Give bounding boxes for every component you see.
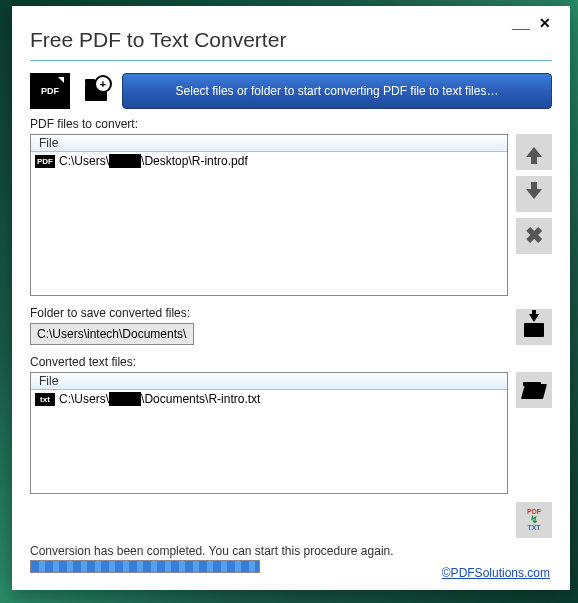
output-folder-label: Folder to save converted files:: [30, 306, 508, 320]
output-files-list[interactable]: File txt C:\Users\intech\Documents\R-int…: [30, 372, 508, 494]
output-section: Converted text files: File txt C:\Users\…: [30, 355, 552, 494]
output-folder-row: Folder to save converted files:: [30, 306, 552, 345]
move-up-button[interactable]: [516, 134, 552, 170]
output-files-label: Converted text files:: [30, 355, 552, 369]
start-conversion-button[interactable]: PDF ↯ TXT: [516, 502, 552, 538]
action-row: PDF ↯ TXT: [30, 502, 552, 538]
list-item[interactable]: txt C:\Users\intech\Documents\R-intro.tx…: [31, 390, 507, 408]
pdf-icon: PDF: [35, 155, 55, 168]
open-output-folder-button[interactable]: [516, 372, 552, 408]
output-list-header: File: [31, 373, 507, 390]
app-title: Free PDF to Text Converter: [30, 28, 552, 61]
browse-output-folder-button[interactable]: [516, 309, 552, 345]
file-path: C:\Users\intech\Desktop\R-intro.pdf: [59, 154, 248, 168]
add-folder-button[interactable]: [76, 73, 116, 109]
progress-bar: [30, 560, 260, 573]
select-files-button[interactable]: Select files or folder to start converti…: [122, 73, 552, 109]
file-path: C:\Users\intech\Documents\R-intro.txt: [59, 392, 260, 406]
input-files-label: PDF files to convert:: [30, 117, 552, 131]
input-side-buttons: ✖: [516, 134, 552, 296]
list-item[interactable]: PDF C:\Users\intech\Desktop\R-intro.pdf: [31, 152, 507, 170]
output-folder-input[interactable]: [30, 323, 194, 345]
app-window: __ ✕ Free PDF to Text Converter Select f…: [12, 6, 570, 590]
input-files-list[interactable]: File PDF C:\Users\intech\Desktop\R-intro…: [30, 134, 508, 296]
input-list-header: File: [31, 135, 507, 152]
toolbar: Select files or folder to start converti…: [30, 73, 552, 109]
status-text: Conversion has been completed. You can s…: [30, 544, 552, 558]
remove-button[interactable]: ✖: [516, 218, 552, 254]
txt-icon: txt: [35, 393, 55, 406]
input-files-row: File PDF C:\Users\intech\Desktop\R-intro…: [30, 134, 552, 296]
progress-fill: [31, 561, 259, 572]
footer-link[interactable]: ©PDFSolutions.com: [442, 566, 550, 580]
output-side-buttons: [516, 372, 552, 494]
add-pdf-file-button[interactable]: [30, 73, 70, 109]
move-down-button[interactable]: [516, 176, 552, 212]
